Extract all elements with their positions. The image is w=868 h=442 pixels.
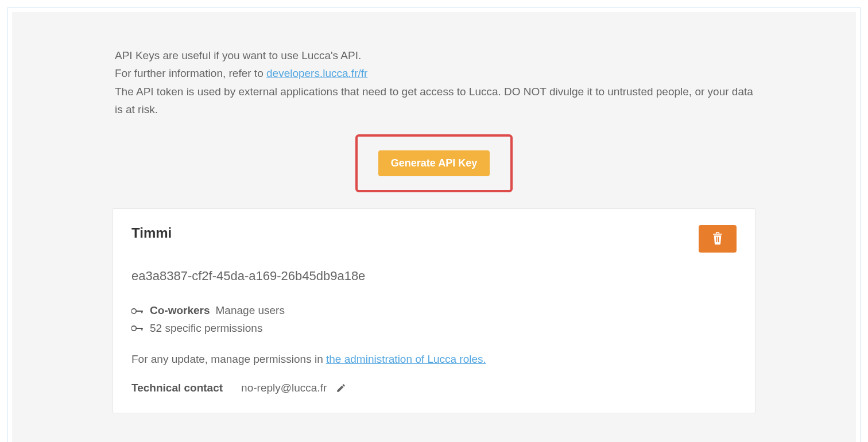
intro-line-1: API Keys are useful if you want to use L…	[115, 46, 753, 64]
edit-contact-button[interactable]	[335, 382, 347, 394]
permissions-update-prefix: For any update, manage permissions in	[131, 353, 326, 365]
permission-specific-text: 52 specific permissions	[150, 320, 262, 337]
permissions-update-line: For any update, manage permissions in th…	[131, 353, 737, 366]
svg-point-0	[131, 308, 136, 313]
intro-line-2-prefix: For further information, refer to	[115, 67, 266, 79]
svg-point-3	[131, 326, 136, 331]
api-key-card: Timmi ea3a8387-cf2f-45da-a169-26b45db9a1…	[113, 208, 755, 413]
permission-role-desc: Manage users	[216, 302, 285, 319]
generate-highlight-box: Generate API Key	[355, 134, 513, 192]
pencil-icon	[336, 383, 346, 393]
outer-frame: API Keys are useful if you want to use L…	[7, 7, 861, 442]
technical-contact-row: Technical contact no-reply@lucca.fr	[131, 382, 737, 394]
roles-admin-link[interactable]: the administration of Lucca roles.	[326, 353, 486, 365]
content-container: API Keys are useful if you want to use L…	[113, 46, 755, 413]
svg-rect-5	[141, 328, 142, 331]
intro-line-3: The API token is used by external applic…	[115, 83, 753, 119]
main-panel: API Keys are useful if you want to use L…	[12, 12, 856, 442]
api-token-value: ea3a8387-cf2f-45da-a169-26b45db9a18e	[131, 269, 737, 284]
permission-role-label: Co-workers	[150, 302, 210, 319]
intro-text: API Keys are useful if you want to use L…	[113, 46, 755, 118]
permission-role-line: Co-workers Manage users	[131, 302, 737, 319]
svg-rect-2	[141, 311, 142, 313]
generate-button-area: Generate API Key	[113, 134, 755, 192]
key-icon	[131, 307, 144, 315]
permission-specific-line: 52 specific permissions	[131, 320, 737, 337]
card-header: Timmi	[131, 225, 737, 253]
trash-icon	[712, 232, 723, 246]
intro-line-2: For further information, refer to develo…	[115, 64, 753, 82]
developers-link[interactable]: developers.lucca.fr/fr	[266, 67, 367, 79]
delete-api-key-button[interactable]	[699, 225, 737, 253]
api-key-name: Timmi	[131, 225, 172, 241]
technical-contact-label: Technical contact	[131, 382, 223, 394]
key-icon	[131, 324, 144, 332]
technical-contact-value: no-reply@lucca.fr	[241, 382, 327, 394]
technical-contact-value-wrap: no-reply@lucca.fr	[241, 382, 347, 394]
generate-api-key-button[interactable]: Generate API Key	[378, 150, 490, 176]
